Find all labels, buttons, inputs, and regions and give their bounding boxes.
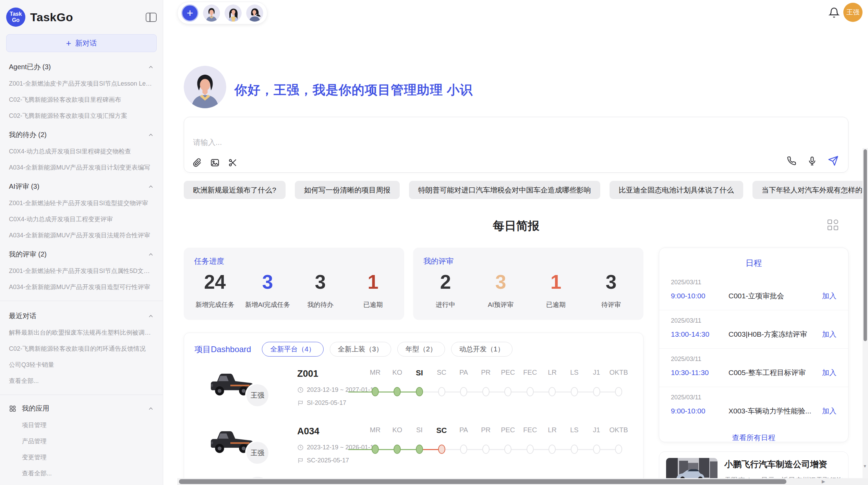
recent-chat-item[interactable]: 公司Q3轻卡销量 xyxy=(6,361,157,369)
app-item-project-mgmt[interactable]: 项目管理 xyxy=(6,421,157,429)
section-title: 我的待办 (2) xyxy=(9,130,47,139)
notification-bell-icon[interactable] xyxy=(828,7,840,18)
section-agent-done[interactable]: Agent已办 (3) xyxy=(6,62,157,72)
milestone-dot xyxy=(548,445,556,454)
scissors-icon[interactable] xyxy=(228,158,238,167)
tab-model-year[interactable]: 年型（2） xyxy=(397,342,445,357)
horizontal-scrollbar-thumb[interactable] xyxy=(179,479,786,484)
suggestion-chip[interactable]: 如何写一份清晰的项目周报 xyxy=(295,181,400,199)
project-row[interactable]: 王强 Z001 2023-12-19 ~ 2027-01-19 SI-2025-… xyxy=(194,367,634,425)
app-item-change-mgmt[interactable]: 变更管理 xyxy=(6,453,157,461)
milestone-dot xyxy=(615,387,622,396)
stat-value: 3 xyxy=(294,272,347,292)
chevron-up-icon[interactable] xyxy=(148,132,154,138)
section-recent-chats[interactable]: 最近对话 xyxy=(6,311,157,321)
event-date: 2025/03/11 xyxy=(671,317,836,324)
sidebar-item[interactable]: C02-飞腾新能源轻客改款项目立项汇报方案 xyxy=(6,112,157,120)
suggestion-chip[interactable]: 特朗普可能对进口汽车增税会对中国车企造成哪些影响 xyxy=(409,181,600,199)
scroll-right-arrow-icon[interactable]: ▶ xyxy=(822,479,825,484)
vertical-scrollbar[interactable]: ▼ xyxy=(863,148,868,478)
flag-icon xyxy=(297,457,304,464)
stat-value: 3 xyxy=(241,272,294,292)
sidebar-item[interactable]: C0X4-动力总成开发项目SI里程碑提交物检查 xyxy=(6,147,157,156)
chevron-up-icon[interactable] xyxy=(148,251,154,258)
apps-grid-icon xyxy=(9,405,16,412)
image-icon[interactable] xyxy=(210,158,220,167)
suggestion-chip[interactable]: 比亚迪全固态电池计划具体说了什么 xyxy=(610,181,743,199)
sidebar-item[interactable]: A034-全新新能源MUV产品开发项目法规符合性评审 xyxy=(6,231,157,239)
microphone-icon[interactable] xyxy=(807,156,817,166)
event-title: C001-立项审批会 xyxy=(728,291,822,301)
conversation-switcher: + xyxy=(177,2,267,24)
recent-chat-item[interactable]: C02-飞腾新能源轻客改款项目的闭环通告反馈情况 xyxy=(6,345,157,353)
section-my-todo[interactable]: 我的待办 (2) xyxy=(6,130,157,139)
greeting-text: 你好，王强，我是你的项目管理助理 小识 xyxy=(234,82,473,99)
avatar[interactable] xyxy=(203,4,220,22)
suggestion-chip[interactable]: 欧洲新规最近颁布了什么? xyxy=(184,181,286,199)
milestone-dot-done xyxy=(416,445,423,454)
schedule-events: 2025/03/11 9:00-10:00 C001-立项审批会 加入 2025… xyxy=(659,272,848,425)
chevron-up-icon[interactable] xyxy=(148,64,154,70)
flag-icon xyxy=(297,400,304,406)
attachment-icon[interactable] xyxy=(192,158,202,167)
event-time: 13:00-14:30 xyxy=(671,330,728,338)
schedule-title: 日程 xyxy=(659,258,848,269)
section-my-review[interactable]: 我的评审 (2) xyxy=(6,250,157,259)
add-conversation-button[interactable]: + xyxy=(181,4,198,22)
app-window: Task Go TaskGo + 新对话 Agent已办 (3) Z001-全新… xyxy=(0,0,868,485)
my-apps-label: 我的应用 xyxy=(22,404,49,413)
layout-grid-icon[interactable] xyxy=(828,220,839,231)
section-ai-review[interactable]: AI评审 (3) xyxy=(6,182,157,191)
view-all-apps-link[interactable]: 查看全部... xyxy=(6,469,157,477)
sidebar-item-my-apps[interactable]: 我的应用 xyxy=(6,404,157,413)
chevron-up-icon[interactable] xyxy=(148,184,154,190)
sidebar-item[interactable]: C02-飞腾新能源轻客改款项目里程碑画布 xyxy=(6,96,157,104)
suggestion-chip[interactable]: 当下年轻人对汽车外观有怎样的喜好趋势 xyxy=(752,181,868,199)
join-link[interactable]: 加入 xyxy=(822,291,836,301)
chevron-up-icon[interactable] xyxy=(148,313,154,319)
milestone-dot-done xyxy=(372,445,379,454)
schedule-event: 2025/03/11 13:00-14:30 C003|H0B-方案冻结评审 加… xyxy=(659,310,848,349)
user-avatar[interactable]: 王强 xyxy=(843,3,863,22)
vertical-scrollbar-thumb[interactable] xyxy=(864,149,867,341)
avatar[interactable] xyxy=(246,4,263,22)
tab-powertrain[interactable]: 动总开发（1） xyxy=(451,342,513,357)
app-item-product-mgmt[interactable]: 产品管理 xyxy=(6,437,157,445)
event-date: 2025/03/11 xyxy=(671,394,836,401)
project-dashboard-card: 项目Dashboard 全新平台（4） 全新上装（3） 年型（2） 动总开发（1… xyxy=(184,333,643,485)
view-all-schedule-link[interactable]: 查看所有日程 xyxy=(659,433,848,443)
phone-icon[interactable] xyxy=(787,156,796,166)
tab-new-body[interactable]: 全新上装（3） xyxy=(330,342,391,357)
horizontal-scrollbar[interactable]: ▶ xyxy=(177,478,868,485)
new-chat-button[interactable]: + 新对话 xyxy=(6,34,157,52)
event-time: 10:30-11:30 xyxy=(671,369,728,377)
sidebar-item[interactable]: C0X4-动力总成开发项目工程变更评审 xyxy=(6,215,157,223)
milestone-dot xyxy=(482,445,490,454)
my-review-card: 我的评审 2 进行中 3 AI预评审 1 已逾期 3 待评审 xyxy=(413,248,643,320)
view-all-chats-link[interactable]: 查看全部... xyxy=(6,377,157,385)
sidebar-item[interactable]: A034-全新新能源MUV产品开发项目造型可行性评审 xyxy=(6,283,157,291)
join-link[interactable]: 加入 xyxy=(822,329,836,339)
avatar[interactable] xyxy=(225,4,242,22)
card-title: 我的评审 xyxy=(423,256,454,266)
sidebar-item[interactable]: Z001-全新燃油轻卡产品开发项目SI造型提交物评审 xyxy=(6,199,157,207)
stat-label: 已逾期 xyxy=(528,300,583,309)
send-icon[interactable] xyxy=(828,156,839,166)
project-code: Z001 xyxy=(297,369,318,379)
join-link[interactable]: 加入 xyxy=(822,406,836,416)
logo-line2: Go xyxy=(12,17,20,23)
chevron-up-icon[interactable] xyxy=(148,406,154,412)
project-row[interactable]: 王强 A034 2023-12-19 ~ 2026-01-19 SC-2025-… xyxy=(194,425,634,483)
stats-row: 2 进行中 3 AI预评审 1 已逾期 3 待评审 xyxy=(418,272,639,309)
tab-new-platform[interactable]: 全新平台（4） xyxy=(262,342,323,357)
join-link[interactable]: 加入 xyxy=(822,368,836,377)
sidebar-item[interactable]: A034-全新新能源MUV产品开发项目计划变更表编写 xyxy=(6,163,157,172)
recent-chat-item[interactable]: 解释最新出台的欧盟报废车法规再生塑料比例被调至15%... xyxy=(6,328,157,337)
sidebar-item[interactable]: Z001-全新燃油皮卡产品开发项目SI节点Lesson Learn报告 xyxy=(6,79,157,88)
sidebar-collapse-icon[interactable] xyxy=(146,13,157,22)
stat-value: 1 xyxy=(528,272,583,292)
sidebar-item[interactable]: Z001-全新燃油轻卡产品开发项目SI节点属性5D文件评审 xyxy=(6,267,157,275)
milestone-dot-done xyxy=(394,387,401,396)
scroll-down-arrow-icon[interactable]: ▼ xyxy=(863,464,867,469)
chat-input[interactable] xyxy=(193,135,673,150)
